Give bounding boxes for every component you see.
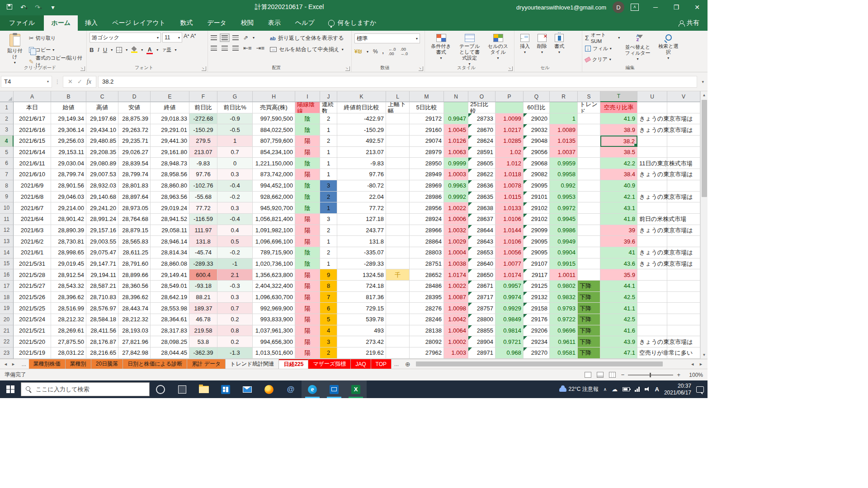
- cell-I20[interactable]: 陽: [295, 314, 320, 325]
- action-center-icon[interactable]: [696, 386, 704, 393]
- cell-K6[interactable]: -9.83: [337, 158, 386, 169]
- cell-R13[interactable]: 0.9949: [550, 236, 578, 247]
- cell-R1[interactable]: [550, 102, 578, 113]
- cell-T9[interactable]: 42.1: [600, 192, 637, 203]
- cell-O2[interactable]: 28733: [468, 113, 495, 125]
- column-header-V[interactable]: V: [667, 91, 700, 102]
- cell-U8[interactable]: [637, 180, 667, 192]
- cell-N4[interactable]: 1.0126: [444, 136, 468, 147]
- cell-Q14[interactable]: 29095: [524, 247, 550, 258]
- cell-Q5[interactable]: 29056: [524, 147, 550, 158]
- cell-H17[interactable]: 2,404,322,400: [253, 281, 295, 292]
- cell-G14[interactable]: -0.2: [217, 247, 253, 258]
- cell-S16[interactable]: [578, 269, 600, 281]
- zoom-percentage[interactable]: 100%: [686, 372, 703, 378]
- cell-A10[interactable]: 2021/6/7: [14, 202, 51, 214]
- cell-J1[interactable]: 連続数: [320, 102, 337, 113]
- customize-qat-icon[interactable]: ▾: [48, 4, 58, 11]
- cell-H7[interactable]: 873,742,000: [253, 169, 295, 180]
- cell-R11[interactable]: 0.9945: [550, 214, 578, 225]
- cell-B2[interactable]: 29,149.34: [51, 113, 86, 125]
- cell-L5[interactable]: [386, 147, 410, 158]
- cell-Q4[interactable]: 29048: [524, 136, 550, 147]
- cell-E6[interactable]: 28,948.73: [151, 158, 189, 169]
- cell-F2[interactable]: -272.68: [189, 113, 217, 125]
- fill-button[interactable]: ↓フィル ▾: [585, 44, 620, 53]
- cell-A5[interactable]: 2021/6/14: [14, 147, 51, 158]
- cell-S5[interactable]: [578, 147, 600, 158]
- cell-C19[interactable]: 28,576.97: [86, 303, 118, 314]
- cell-A4[interactable]: 2021/6/15: [14, 136, 51, 147]
- cell-M8[interactable]: 28969: [410, 180, 444, 192]
- cell-B1[interactable]: 始値: [51, 102, 86, 113]
- page-layout-view-icon[interactable]: [597, 372, 604, 378]
- cell-L8[interactable]: [386, 180, 410, 192]
- font-name-select[interactable]: 游ゴシック▾: [90, 33, 161, 42]
- cell-F4[interactable]: 279.5: [189, 136, 217, 147]
- cell-C22[interactable]: 28,176.87: [86, 336, 118, 347]
- cell-S15[interactable]: [578, 258, 600, 270]
- cell-S2[interactable]: [578, 113, 600, 125]
- cell-A17[interactable]: 2021/5/27: [14, 281, 51, 292]
- cell-K4[interactable]: 492.57: [337, 136, 386, 147]
- cell-P23[interactable]: 0.968: [495, 347, 524, 359]
- cell-L12[interactable]: [386, 225, 410, 236]
- cell-I4[interactable]: 陽: [295, 136, 320, 147]
- cell-E15[interactable]: 28,860.08: [151, 258, 189, 270]
- cell-J16[interactable]: 9: [320, 269, 337, 281]
- align-left-icon[interactable]: [211, 46, 217, 51]
- cell-T14[interactable]: 41: [600, 247, 637, 258]
- cell-U22[interactable]: きょうの東京市場は: [637, 336, 667, 347]
- format-as-table-button[interactable]: テーブルとして書式設定▾: [456, 33, 483, 68]
- cell-L15[interactable]: [386, 258, 410, 270]
- ribbon-display-options-icon[interactable]: ˄: [631, 4, 639, 11]
- cell-I1[interactable]: 陽線陰線: [295, 102, 320, 113]
- cell-C3[interactable]: 29,434.10: [86, 124, 118, 136]
- cell-C14[interactable]: 29,075.47: [86, 247, 118, 258]
- cell-I17[interactable]: 陽: [295, 281, 320, 292]
- cell-H13[interactable]: 1,096,696,100: [253, 236, 295, 247]
- cell-T11[interactable]: 41.8: [600, 214, 637, 225]
- zoom-out-icon[interactable]: −: [621, 371, 625, 378]
- cell-H3[interactable]: 884,022,500: [253, 124, 295, 136]
- cell-E9[interactable]: 28,963.56: [151, 192, 189, 203]
- cell-K19[interactable]: 729.15: [337, 303, 386, 314]
- cell-K2[interactable]: -422.97: [337, 113, 386, 125]
- cell-V16[interactable]: [667, 269, 700, 281]
- cell-D19[interactable]: 28,443.74: [118, 303, 151, 314]
- cell-O15[interactable]: 28640: [468, 258, 495, 270]
- row-header-4[interactable]: 4: [0, 136, 14, 147]
- cell-G5[interactable]: 0.7: [217, 147, 253, 158]
- cell-F16[interactable]: 600.4: [189, 269, 217, 281]
- vertical-scroll-thumb[interactable]: [702, 100, 707, 197]
- tab-review[interactable]: 校閲: [234, 15, 261, 31]
- tab-help[interactable]: ヘルプ: [288, 15, 322, 31]
- cell-O11[interactable]: 28637: [468, 214, 495, 225]
- taskbar-file-explorer[interactable]: [193, 380, 215, 398]
- save-icon[interactable]: [5, 4, 14, 11]
- tab-view[interactable]: 表示: [261, 15, 288, 31]
- cell-S6[interactable]: [578, 158, 600, 169]
- cell-Q19[interactable]: 29158: [524, 303, 550, 314]
- row-header-22[interactable]: 22: [0, 336, 14, 347]
- cell-A18[interactable]: 2021/5/26: [14, 292, 51, 303]
- cell-B4[interactable]: 29,256.03: [51, 136, 86, 147]
- cell-L14[interactable]: [386, 247, 410, 258]
- cell-Q2[interactable]: 29020: [524, 113, 550, 125]
- cell-N23[interactable]: 1.003: [444, 347, 468, 359]
- cell-P9[interactable]: 1.0115: [495, 192, 524, 203]
- cell-P20[interactable]: 0.9849: [495, 314, 524, 325]
- cell-O9[interactable]: 28635: [468, 192, 495, 203]
- cell-H20[interactable]: 993,833,900: [253, 314, 295, 325]
- sheet-tab-マザーズ指標[interactable]: マザーズ指標: [308, 359, 351, 369]
- sheet-tab-日経225[interactable]: 日経225: [279, 359, 308, 369]
- cell-P11[interactable]: 1.0106: [495, 214, 524, 225]
- cell-J22[interactable]: 3: [320, 336, 337, 347]
- row-header-5[interactable]: 5: [0, 147, 14, 158]
- cell-H9[interactable]: 928,662,000: [253, 192, 295, 203]
- cell-K3[interactable]: -150.29: [337, 124, 386, 136]
- cell-D22[interactable]: 27,821.96: [118, 336, 151, 347]
- cell-J14[interactable]: 2: [320, 247, 337, 258]
- cell-G18[interactable]: 0.3: [217, 292, 253, 303]
- cell-M15[interactable]: 28751: [410, 258, 444, 270]
